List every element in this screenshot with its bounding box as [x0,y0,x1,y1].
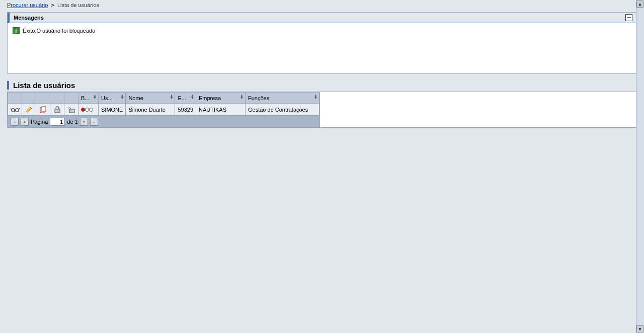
success-icon: i [13,27,20,34]
cell-nome: Simone Duarte [126,104,175,116]
sort-icon[interactable]: ▲▼ [93,94,97,99]
messages-panel: Mensagens − i Êxito:O usuário foi bloque… [7,12,637,74]
svg-rect-3 [42,107,46,112]
messages-title: Mensagens [14,15,44,21]
scroll-down-icon[interactable]: ▼ [636,325,643,332]
col-action-view [8,93,22,104]
table-row: SIMONE Simone Duarte 59329 NAUTIKAS Gest… [8,104,319,116]
user-list-table-wrap: B... ▲▼ Us... ▲▼ Nome ▲▼ E... [7,92,637,128]
cell-edit[interactable] [22,104,36,116]
sort-icon[interactable]: ▲▼ [170,94,173,99]
messages-header: Mensagens − [8,13,636,23]
col-e[interactable]: E... ▲▼ [175,93,196,104]
scroll-up-icon[interactable]: ▲ [636,1,643,8]
breadcrumb-link-search-user[interactable]: Procurar usuário [7,2,48,8]
pager-first[interactable]: ≡ [11,118,19,126]
col-action-copy [36,93,50,104]
cell-unlock[interactable] [64,104,78,116]
pager-prev[interactable]: ▲ [21,118,29,126]
cell-user: SIMONE [99,104,126,116]
table-empty-area [319,92,636,127]
glasses-icon [11,107,20,113]
cell-funcoes: Gestão de Contratações [246,104,319,116]
pager-of-text: de 1 [67,119,77,125]
sort-icon[interactable]: ▲▼ [314,94,317,99]
col-funcoes[interactable]: Funções ▲▼ [246,93,319,104]
messages-body: i Êxito:O usuário foi bloqueado [8,23,636,73]
sort-icon[interactable]: ▲▼ [191,94,194,99]
svg-point-1 [15,109,18,112]
pager-next[interactable]: ▼ [80,118,88,126]
cell-copy[interactable] [36,104,50,116]
svg-point-0 [11,109,14,112]
col-empresa[interactable]: Empresa ▲▼ [196,93,246,104]
svg-rect-5 [69,109,74,113]
sort-icon[interactable]: ▲▼ [120,94,124,99]
table-header-row: B... ▲▼ Us... ▲▼ Nome ▲▼ E... [8,93,319,104]
cell-status [78,104,99,116]
sort-icon[interactable]: ▲▼ [240,94,244,99]
cell-lock[interactable] [50,104,64,116]
col-action-unlock [64,93,78,104]
pager: ≡ ▲ Página de 1 ▼ ≡ [8,116,319,127]
message-text: Êxito:O usuário foi bloqueado [23,28,95,34]
cell-view[interactable] [8,104,22,116]
collapse-button[interactable]: − [625,14,632,21]
lock-icon [54,106,60,113]
copy-icon [40,106,47,113]
svg-rect-4 [55,109,60,113]
breadcrumb: Procurar usuário > Lista de usuários [0,0,644,10]
col-name[interactable]: Nome ▲▼ [126,93,175,104]
breadcrumb-separator: > [51,2,54,8]
col-user[interactable]: Us... ▲▼ [99,93,126,104]
col-action-edit [22,93,36,104]
col-blocked[interactable]: B... ▲▼ [78,93,99,104]
status-blocked-icon [81,108,93,112]
unlock-icon [68,106,75,113]
pager-label-page: Página [31,119,48,125]
user-list-table: B... ▲▼ Us... ▲▼ Nome ▲▼ E... [8,92,319,116]
pager-last[interactable]: ≡ [90,118,98,126]
cell-empresa: NAUTIKAS [196,104,246,116]
cell-e: 59329 [175,104,196,116]
message-row: i Êxito:O usuário foi bloqueado [13,27,631,34]
pager-input[interactable] [50,118,65,126]
user-list-title: Lista de usuários [7,81,637,90]
col-action-lock [50,93,64,104]
vertical-scrollbar[interactable]: ▲ ▼ [636,0,644,333]
breadcrumb-current: Lista de usuários [57,2,99,8]
pencil-icon [26,106,33,113]
